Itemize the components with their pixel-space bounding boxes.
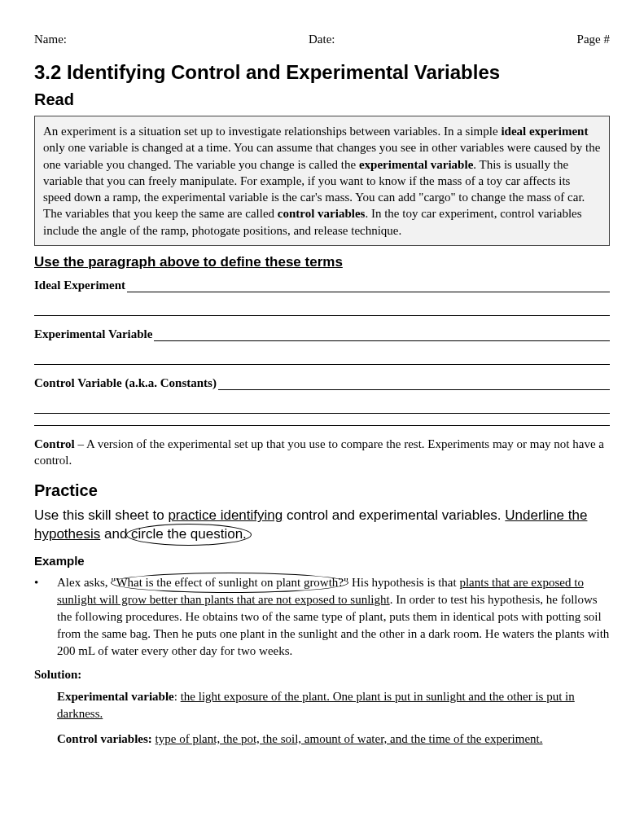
example-bullet: • Alex asks, "What is the effect of sunl… <box>34 574 610 660</box>
solution-ctrl-var: Control variables: type of plant, the po… <box>57 731 610 748</box>
term1-blank[interactable] <box>127 280 610 292</box>
sol2-bold: Control variables: <box>57 732 152 745</box>
example-text: Alex asks, "What is the effect of sunlig… <box>57 574 610 660</box>
term3-blank-line2[interactable] <box>34 402 610 414</box>
sol2-underline: type of plant, the pot, the soil, amount… <box>156 732 543 745</box>
control-def-rest: – A version of the experimental set up t… <box>34 437 604 467</box>
read-expvar-bold: experimental variable <box>359 158 473 171</box>
read-heading: Read <box>34 90 610 109</box>
practice-heading: Practice <box>34 481 610 500</box>
instr-c: and <box>100 526 131 542</box>
ex-b: " His hypothesis is that <box>344 576 459 589</box>
header-name: Name: <box>34 33 67 46</box>
read-text-a: An experiment is a situation set up to i… <box>43 125 501 138</box>
term3-blank[interactable] <box>218 378 610 390</box>
read-ctrlvar-bold: control variables <box>278 207 366 220</box>
ex-question-circled: What is the effect of sunlight on plant … <box>116 574 344 591</box>
document-title: 3.2 Identifying Control and Experimental… <box>34 61 610 84</box>
instr-a: Use this skill sheet to <box>34 507 168 523</box>
header-page: Page # <box>577 33 610 46</box>
term1-label: Ideal Experiment <box>34 279 125 292</box>
sol1-bold: Experimental variable <box>57 690 174 703</box>
header-date: Date: <box>309 33 335 46</box>
term-control-variable: Control Variable (a.k.a. Constants) <box>34 376 610 390</box>
term2-blank[interactable] <box>154 329 610 341</box>
read-paragraph: An experiment is a situation set up to i… <box>34 116 610 246</box>
term-ideal-experiment: Ideal Experiment <box>34 279 610 292</box>
instr-b: control and experimental variables. <box>283 507 505 523</box>
ex-a: Alex asks, " <box>57 576 116 589</box>
divider <box>34 425 610 426</box>
instr-circle: circle the question. <box>131 525 247 544</box>
example-heading: Example <box>34 554 610 568</box>
solution-heading: Solution: <box>34 668 610 682</box>
solution-body: Experimental variable: the light exposur… <box>57 688 610 748</box>
control-def-bold: Control <box>34 437 75 450</box>
control-definition: Control – A version of the experimental … <box>34 436 610 469</box>
page-header: Name: Date: Page # <box>34 33 610 46</box>
term2-label: Experimental Variable <box>34 327 152 341</box>
term1-blank-line2[interactable] <box>34 304 610 316</box>
define-heading: Use the paragraph above to define these … <box>34 254 610 270</box>
term-experimental-variable: Experimental Variable <box>34 327 610 341</box>
practice-instructions: Use this skill sheet to practice identif… <box>34 507 610 544</box>
sol1-rest: : <box>174 690 181 703</box>
term3-label: Control Variable (a.k.a. Constants) <box>34 376 217 390</box>
read-ideal-bold: ideal experiment <box>501 125 588 138</box>
bullet-marker: • <box>34 574 57 660</box>
term2-blank-line2[interactable] <box>34 353 610 365</box>
instr-u1: practice identifying <box>168 507 283 523</box>
solution-exp-var: Experimental variable: the light exposur… <box>57 688 610 722</box>
